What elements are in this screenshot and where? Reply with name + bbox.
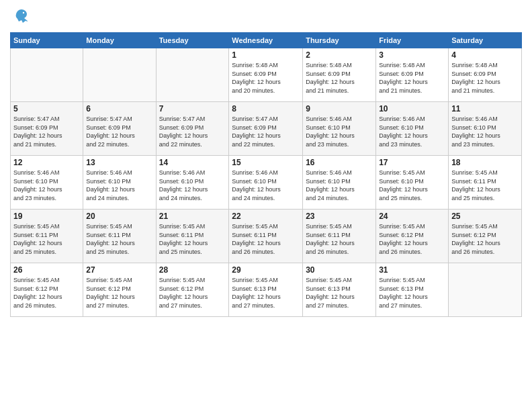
day-number: 29 bbox=[232, 265, 300, 275]
day-info: Sunrise: 5:45 AM Sunset: 6:10 PM Dayligh… bbox=[379, 169, 445, 202]
calendar-cell: 25Sunrise: 5:45 AM Sunset: 6:12 PM Dayli… bbox=[449, 210, 522, 263]
day-info: Sunrise: 5:46 AM Sunset: 6:10 PM Dayligh… bbox=[86, 169, 152, 202]
calendar-cell: 3Sunrise: 5:48 AM Sunset: 6:09 PM Daylig… bbox=[376, 48, 449, 102]
logo bbox=[10, 7, 31, 28]
weekday-header-tuesday: Tuesday bbox=[156, 33, 229, 48]
day-number: 26 bbox=[13, 265, 80, 275]
day-info: Sunrise: 5:45 AM Sunset: 6:12 PM Dayligh… bbox=[13, 276, 80, 310]
calendar-cell: 23Sunrise: 5:45 AM Sunset: 6:11 PM Dayli… bbox=[303, 210, 376, 263]
day-number: 1 bbox=[232, 50, 300, 60]
weekday-header-row: SundayMondayTuesdayWednesdayThursdayFrid… bbox=[11, 33, 522, 48]
weekday-header-wednesday: Wednesday bbox=[229, 33, 303, 48]
day-info: Sunrise: 5:46 AM Sunset: 6:10 PM Dayligh… bbox=[13, 169, 80, 202]
calendar-cell: 22Sunrise: 5:45 AM Sunset: 6:11 PM Dayli… bbox=[229, 210, 303, 263]
day-info: Sunrise: 5:47 AM Sunset: 6:09 PM Dayligh… bbox=[13, 115, 80, 148]
day-number: 11 bbox=[451, 104, 519, 113]
day-info: Sunrise: 5:48 AM Sunset: 6:09 PM Dayligh… bbox=[451, 61, 519, 95]
day-number: 31 bbox=[379, 265, 445, 275]
week-row-4: 19Sunrise: 5:45 AM Sunset: 6:11 PM Dayli… bbox=[11, 210, 522, 263]
day-info: Sunrise: 5:46 AM Sunset: 6:10 PM Dayligh… bbox=[451, 115, 519, 148]
calendar-cell bbox=[11, 48, 83, 102]
week-row-5: 26Sunrise: 5:45 AM Sunset: 6:12 PM Dayli… bbox=[11, 263, 522, 317]
day-number: 17 bbox=[379, 158, 445, 167]
day-info: Sunrise: 5:45 AM Sunset: 6:13 PM Dayligh… bbox=[232, 276, 300, 310]
calendar-cell: 12Sunrise: 5:46 AM Sunset: 6:10 PM Dayli… bbox=[11, 156, 83, 210]
day-number: 18 bbox=[451, 158, 519, 167]
week-row-3: 12Sunrise: 5:46 AM Sunset: 6:10 PM Dayli… bbox=[11, 156, 522, 210]
day-number: 21 bbox=[159, 212, 226, 221]
day-info: Sunrise: 5:45 AM Sunset: 6:11 PM Dayligh… bbox=[306, 222, 373, 256]
week-row-2: 5Sunrise: 5:47 AM Sunset: 6:09 PM Daylig… bbox=[11, 102, 522, 156]
calendar-cell: 18Sunrise: 5:45 AM Sunset: 6:11 PM Dayli… bbox=[449, 156, 522, 210]
day-number: 5 bbox=[13, 104, 80, 113]
day-number: 8 bbox=[232, 104, 300, 113]
calendar-cell: 29Sunrise: 5:45 AM Sunset: 6:13 PM Dayli… bbox=[229, 263, 303, 317]
day-number: 9 bbox=[306, 104, 373, 113]
day-info: Sunrise: 5:45 AM Sunset: 6:11 PM Dayligh… bbox=[451, 169, 519, 202]
day-info: Sunrise: 5:45 AM Sunset: 6:11 PM Dayligh… bbox=[232, 222, 300, 256]
calendar-cell: 4Sunrise: 5:48 AM Sunset: 6:09 PM Daylig… bbox=[449, 48, 522, 102]
calendar-cell bbox=[83, 48, 156, 102]
calendar-cell: 6Sunrise: 5:47 AM Sunset: 6:09 PM Daylig… bbox=[83, 102, 156, 156]
calendar-cell: 31Sunrise: 5:45 AM Sunset: 6:13 PM Dayli… bbox=[376, 263, 449, 317]
day-info: Sunrise: 5:45 AM Sunset: 6:11 PM Dayligh… bbox=[13, 222, 80, 256]
day-number: 28 bbox=[159, 265, 226, 275]
calendar-cell: 24Sunrise: 5:45 AM Sunset: 6:12 PM Dayli… bbox=[376, 210, 449, 263]
calendar-page: SundayMondayTuesdayWednesdayThursdayFrid… bbox=[0, 0, 532, 411]
day-number: 10 bbox=[379, 104, 445, 113]
day-number: 23 bbox=[306, 212, 373, 221]
day-info: Sunrise: 5:46 AM Sunset: 6:10 PM Dayligh… bbox=[379, 115, 445, 148]
calendar-cell: 1Sunrise: 5:48 AM Sunset: 6:09 PM Daylig… bbox=[229, 48, 303, 102]
day-info: Sunrise: 5:45 AM Sunset: 6:11 PM Dayligh… bbox=[86, 222, 152, 256]
day-info: Sunrise: 5:46 AM Sunset: 6:10 PM Dayligh… bbox=[306, 169, 373, 202]
calendar-cell: 14Sunrise: 5:46 AM Sunset: 6:10 PM Dayli… bbox=[156, 156, 229, 210]
day-number: 19 bbox=[13, 212, 80, 221]
weekday-header-saturday: Saturday bbox=[449, 33, 522, 48]
calendar-cell: 9Sunrise: 5:46 AM Sunset: 6:10 PM Daylig… bbox=[303, 102, 376, 156]
day-number: 30 bbox=[306, 265, 373, 275]
day-number: 3 bbox=[379, 50, 445, 60]
day-number: 16 bbox=[306, 158, 373, 167]
day-info: Sunrise: 5:45 AM Sunset: 6:12 PM Dayligh… bbox=[451, 222, 519, 256]
day-info: Sunrise: 5:45 AM Sunset: 6:11 PM Dayligh… bbox=[159, 222, 226, 256]
calendar-table: SundayMondayTuesdayWednesdayThursdayFrid… bbox=[10, 32, 522, 317]
calendar-cell: 11Sunrise: 5:46 AM Sunset: 6:10 PM Dayli… bbox=[449, 102, 522, 156]
calendar-cell: 2Sunrise: 5:48 AM Sunset: 6:09 PM Daylig… bbox=[303, 48, 376, 102]
calendar-cell: 13Sunrise: 5:46 AM Sunset: 6:10 PM Dayli… bbox=[83, 156, 156, 210]
calendar-cell: 30Sunrise: 5:45 AM Sunset: 6:13 PM Dayli… bbox=[303, 263, 376, 317]
day-info: Sunrise: 5:48 AM Sunset: 6:09 PM Dayligh… bbox=[306, 61, 373, 95]
calendar-cell: 20Sunrise: 5:45 AM Sunset: 6:11 PM Dayli… bbox=[83, 210, 156, 263]
day-number: 6 bbox=[86, 104, 152, 113]
calendar-cell: 8Sunrise: 5:47 AM Sunset: 6:09 PM Daylig… bbox=[229, 102, 303, 156]
day-info: Sunrise: 5:45 AM Sunset: 6:12 PM Dayligh… bbox=[86, 276, 152, 310]
svg-point-0 bbox=[23, 12, 24, 13]
day-info: Sunrise: 5:45 AM Sunset: 6:12 PM Dayligh… bbox=[379, 222, 445, 256]
day-number: 14 bbox=[159, 158, 226, 167]
day-info: Sunrise: 5:48 AM Sunset: 6:09 PM Dayligh… bbox=[232, 61, 300, 95]
calendar-cell: 15Sunrise: 5:46 AM Sunset: 6:10 PM Dayli… bbox=[229, 156, 303, 210]
calendar-cell: 7Sunrise: 5:47 AM Sunset: 6:09 PM Daylig… bbox=[156, 102, 229, 156]
day-info: Sunrise: 5:47 AM Sunset: 6:09 PM Dayligh… bbox=[159, 115, 226, 148]
day-number: 7 bbox=[159, 104, 226, 113]
weekday-header-sunday: Sunday bbox=[11, 33, 83, 48]
calendar-cell: 26Sunrise: 5:45 AM Sunset: 6:12 PM Dayli… bbox=[11, 263, 83, 317]
day-number: 4 bbox=[451, 50, 519, 60]
header bbox=[10, 7, 522, 28]
calendar-cell: 28Sunrise: 5:45 AM Sunset: 6:12 PM Dayli… bbox=[156, 263, 229, 317]
day-info: Sunrise: 5:45 AM Sunset: 6:13 PM Dayligh… bbox=[306, 276, 373, 310]
calendar-cell: 19Sunrise: 5:45 AM Sunset: 6:11 PM Dayli… bbox=[11, 210, 83, 263]
calendar-cell: 21Sunrise: 5:45 AM Sunset: 6:11 PM Dayli… bbox=[156, 210, 229, 263]
day-number: 27 bbox=[86, 265, 152, 275]
day-number: 2 bbox=[306, 50, 373, 60]
day-info: Sunrise: 5:47 AM Sunset: 6:09 PM Dayligh… bbox=[86, 115, 152, 148]
weekday-header-friday: Friday bbox=[376, 33, 449, 48]
calendar-cell: 27Sunrise: 5:45 AM Sunset: 6:12 PM Dayli… bbox=[83, 263, 156, 317]
day-info: Sunrise: 5:47 AM Sunset: 6:09 PM Dayligh… bbox=[232, 115, 300, 148]
day-info: Sunrise: 5:48 AM Sunset: 6:09 PM Dayligh… bbox=[379, 61, 445, 95]
logo-bird-icon bbox=[12, 7, 31, 28]
day-info: Sunrise: 5:46 AM Sunset: 6:10 PM Dayligh… bbox=[306, 115, 373, 148]
weekday-header-monday: Monday bbox=[83, 33, 156, 48]
calendar-cell: 17Sunrise: 5:45 AM Sunset: 6:10 PM Dayli… bbox=[376, 156, 449, 210]
calendar-cell bbox=[156, 48, 229, 102]
week-row-1: 1Sunrise: 5:48 AM Sunset: 6:09 PM Daylig… bbox=[11, 48, 522, 102]
